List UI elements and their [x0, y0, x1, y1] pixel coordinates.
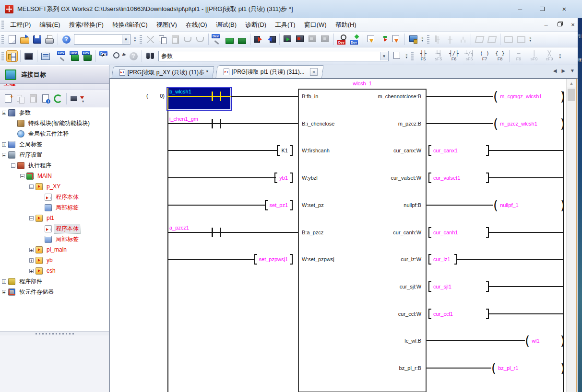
nav-refresh-icon[interactable] [52, 93, 64, 104]
device-test-icon[interactable] [336, 34, 348, 45]
close-contact-button[interactable]: ┤/├ F6 [447, 48, 461, 64]
entry-ladder-monitor-icon[interactable] [444, 34, 456, 45]
output-coil[interactable]: (nullpf_1) [493, 197, 565, 213]
contact-bar[interactable] [220, 92, 221, 101]
expander-icon[interactable] [29, 258, 34, 263]
menu-online[interactable]: 在线(O) [181, 18, 212, 31]
operand-bracket[interactable]: cur_valset1 [428, 172, 489, 184]
project-combo[interactable]: ▼ [74, 34, 131, 45]
coil-button[interactable]: ( ) F7 [477, 48, 492, 64]
tree-item[interactable]: pl_main [0, 244, 109, 255]
tree-item[interactable]: 特殊模块(智能功能模块) [0, 118, 109, 128]
fb-output-label[interactable]: m_pzcz:B [398, 120, 421, 127]
ladder-monitor-icon[interactable] [432, 34, 443, 45]
intelligent-monitor-icon[interactable] [503, 34, 514, 45]
fb-output-label[interactable]: lc_wl:B [404, 337, 421, 344]
tab-scroll-right-icon[interactable]: ▶ [561, 68, 565, 73]
separator[interactable] [208, 34, 209, 45]
cross-reference-icon[interactable] [144, 50, 156, 62]
cut-icon[interactable] [144, 34, 156, 45]
separator[interactable] [58, 34, 58, 45]
fb-output-label[interactable]: cur_canx:W [393, 147, 421, 154]
expander-icon[interactable] [11, 163, 15, 168]
operand-bracket[interactable]: yb1 [274, 172, 293, 184]
vertical-line-button[interactable]: │ sF9 [527, 48, 541, 64]
separator[interactable] [125, 50, 125, 62]
monitor-step-icon[interactable] [320, 34, 331, 45]
fb-input-label[interactable]: W:firshcanh [302, 147, 330, 154]
menu-tool[interactable]: 工具(T) [271, 18, 300, 31]
toolbar-grip[interactable] [1, 35, 4, 44]
remote-operation-icon[interactable] [407, 34, 419, 45]
fb-output-label[interactable]: cur_sjl:W [400, 283, 421, 290]
scroll-up-icon[interactable]: ▲ [567, 79, 576, 87]
fkey-separator[interactable] [509, 50, 510, 62]
separator[interactable] [142, 50, 142, 62]
tab-pl1[interactable]: [PRG]读取 pl1 (只读) (311)... × [215, 65, 324, 78]
nav-new-item-icon[interactable] [2, 93, 14, 104]
fb-output-label[interactable]: nullpf:B [404, 202, 421, 208]
separator[interactable] [54, 50, 54, 62]
nav-paste-icon[interactable] [27, 93, 39, 104]
tree-item[interactable]: 参数 [0, 107, 109, 118]
toolbar-overflow-icon[interactable]: »▾ [419, 34, 426, 45]
contact-bar[interactable] [220, 119, 221, 128]
fb-input-label[interactable]: B:a_pzcz [302, 229, 323, 236]
expander-icon[interactable] [29, 248, 34, 252]
maximize-button[interactable] [531, 0, 553, 18]
monitor-pause-icon[interactable] [307, 34, 319, 45]
expander-icon[interactable] [29, 184, 34, 189]
expander-icon[interactable] [29, 269, 34, 273]
delete-line-button[interactable]: ╳ cF9 [542, 48, 557, 64]
operand-bracket[interactable]: cur_canh1 [428, 227, 489, 238]
expander-icon[interactable] [2, 279, 6, 284]
expander-icon[interactable] [20, 174, 24, 178]
operand-bracket[interactable]: cur_ccl1 [428, 308, 489, 320]
separator[interactable] [363, 34, 363, 45]
separator[interactable] [404, 34, 405, 45]
separator[interactable] [471, 34, 471, 45]
save-project-icon[interactable] [31, 34, 43, 45]
pulse-monitor-icon[interactable] [457, 34, 468, 45]
nav-sort-icon[interactable] [69, 93, 81, 104]
separator[interactable] [250, 34, 250, 45]
toolbar-overflow-icon[interactable]: »▾ [557, 50, 563, 62]
menu-edit[interactable]: 编辑(E) [35, 18, 64, 31]
operand-bracket[interactable]: cur_sjl1 [428, 281, 489, 292]
ladder-canvas[interactable]: ( 0) wlcsh_1 B:fb_inm_chennotclose:Bb_wl… [110, 79, 566, 392]
application-instruction-button[interactable]: { } F8 [493, 48, 507, 64]
fb-input-label[interactable]: W:set_pzpwsj [302, 256, 334, 263]
device-display-icon[interactable] [98, 50, 110, 62]
chevron-down-icon[interactable]: ▼ [122, 35, 130, 44]
operand-label[interactable]: b_wlcsh1 [169, 88, 191, 95]
menu-convert-compile[interactable]: 转换/编译(C) [108, 18, 152, 31]
transfer-setup-icon[interactable] [378, 34, 390, 45]
operand-bracket[interactable]: K1 [277, 145, 293, 156]
zoom-page-icon[interactable] [392, 50, 403, 62]
output-coil[interactable]: (m_pzcz_wlcsh1) [493, 116, 565, 131]
output-coil[interactable]: (m_cgmgz_wlcsh1) [493, 89, 565, 104]
intelligent-monitor2-icon[interactable] [515, 34, 527, 45]
scrollbar-thumb[interactable] [568, 89, 575, 101]
device-search-icon[interactable] [111, 50, 122, 62]
toolbar-grip[interactable] [1, 21, 4, 29]
contact-bar[interactable] [220, 228, 221, 237]
expander-icon[interactable] [29, 216, 34, 220]
open-project-icon[interactable] [19, 34, 30, 45]
menu-project[interactable]: 工程(P) [6, 18, 35, 31]
help2-icon[interactable] [128, 50, 139, 62]
fb-input-label[interactable]: W:set_pz [302, 202, 324, 208]
fb-output-label[interactable]: cur_valset:W [391, 174, 421, 181]
vertical-scrollbar[interactable]: ▲ [566, 79, 576, 392]
fb-input-label[interactable]: W:ybzl [302, 174, 318, 181]
function-block[interactable] [298, 89, 427, 392]
monitor-mode-icon[interactable] [224, 34, 235, 45]
tab-p_XY[interactable]: [PRG]读取 p_XY (只读) (11)步 * [111, 66, 214, 78]
tree-item[interactable]: 程序本体 [0, 223, 109, 234]
read-from-plc-icon[interactable] [265, 34, 277, 45]
device-comment-find-icon[interactable] [211, 34, 223, 45]
operand-bracket[interactable]: set_pzpwsj1 [254, 254, 293, 265]
navigation-window-icon[interactable] [6, 50, 18, 62]
tree-item[interactable]: 程序设置 [0, 150, 109, 160]
device-batch-monitor-icon[interactable] [349, 34, 360, 45]
